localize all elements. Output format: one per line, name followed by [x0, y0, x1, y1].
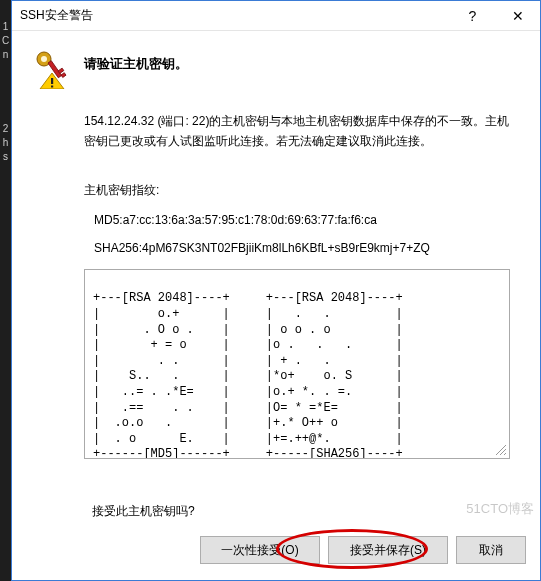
- key-warning-icon: [34, 49, 70, 89]
- resize-grip-icon: [493, 442, 507, 456]
- dialog-footer: 接受此主机密钥吗? 一次性接受(O) 接受并保存(S) 取消: [12, 491, 540, 580]
- ascii-art-content: +---[RSA 2048]----+ +---[RSA 2048]----+ …: [93, 291, 403, 458]
- svg-rect-5: [51, 78, 53, 84]
- svg-rect-3: [58, 68, 64, 73]
- editor-gutter: 1 C n 2 h s: [0, 0, 11, 581]
- dialog-title: SSH安全警告: [12, 7, 450, 24]
- svg-line-9: [504, 453, 506, 455]
- fingerprint-sha256: SHA256:4pM67SK3NT02FBjiiKm8lLh6KBfL+sB9r…: [94, 241, 510, 255]
- ascii-art-box[interactable]: +---[RSA 2048]----+ +---[RSA 2048]----+ …: [84, 269, 510, 459]
- warning-message: 154.12.24.32 (端口: 22)的主机密钥与本地主机密钥数据库中保存的…: [84, 111, 510, 152]
- button-row: 一次性接受(O) 接受并保存(S) 取消: [42, 536, 526, 564]
- dialog-body: 请验证主机密钥。 154.12.24.32 (端口: 22)的主机密钥与本地主机…: [12, 31, 540, 491]
- svg-point-1: [41, 56, 47, 62]
- accept-once-button[interactable]: 一次性接受(O): [200, 536, 320, 564]
- titlebar: SSH安全警告 ? ✕: [12, 1, 540, 31]
- cancel-button[interactable]: 取消: [456, 536, 526, 564]
- svg-rect-6: [51, 86, 53, 88]
- accept-save-button[interactable]: 接受并保存(S): [328, 536, 448, 564]
- close-button[interactable]: ✕: [495, 1, 540, 31]
- fingerprint-md5: MD5:a7:cc:13:6a:3a:57:95:c1:78:0d:69:63:…: [94, 213, 510, 227]
- ssh-warning-dialog: SSH安全警告 ? ✕: [11, 0, 541, 581]
- help-button[interactable]: ?: [450, 1, 495, 31]
- accept-question: 接受此主机密钥吗?: [92, 503, 526, 520]
- fingerprint-label: 主机密钥指纹:: [84, 182, 510, 199]
- heading-text: 请验证主机密钥。: [84, 49, 188, 73]
- svg-rect-4: [61, 73, 66, 78]
